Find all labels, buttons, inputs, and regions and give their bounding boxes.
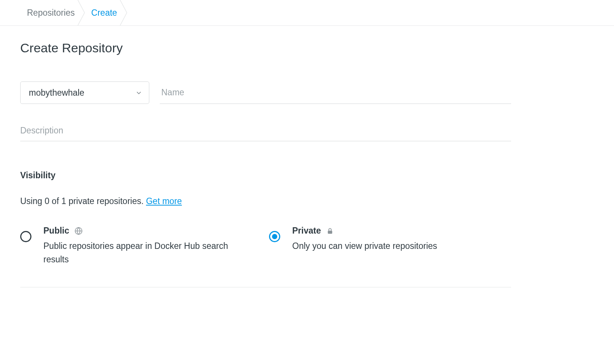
repo-name-input[interactable] bbox=[160, 81, 511, 104]
breadcrumb: Repositories Create bbox=[0, 0, 614, 25]
page-title: Create Repository bbox=[20, 41, 511, 55]
section-divider bbox=[20, 287, 511, 287]
globe-icon bbox=[74, 227, 83, 235]
name-row: mobythewhale bbox=[20, 81, 511, 104]
usage-text: Using 0 of 1 private repositories. bbox=[20, 196, 146, 206]
get-more-link[interactable]: Get more bbox=[146, 196, 182, 206]
visibility-heading: Visibility bbox=[20, 170, 511, 181]
main-content: Create Repository mobythewhale Visibilit… bbox=[0, 26, 531, 287]
description-input[interactable] bbox=[20, 120, 511, 141]
lock-icon bbox=[326, 227, 334, 235]
visibility-private-title: Private bbox=[292, 226, 321, 236]
namespace-select[interactable]: mobythewhale bbox=[20, 81, 149, 104]
radio-private[interactable] bbox=[269, 231, 280, 242]
visibility-public-title: Public bbox=[43, 226, 69, 236]
visibility-private-title-row: Private bbox=[292, 226, 518, 236]
visibility-public-desc: Public repositories appear in Docker Hub… bbox=[43, 240, 245, 266]
visibility-public-title-row: Public bbox=[43, 226, 269, 236]
chevron-right-icon bbox=[76, 0, 90, 25]
chevron-right-icon bbox=[119, 0, 132, 25]
breadcrumb-create[interactable]: Create bbox=[91, 0, 117, 25]
visibility-option-private[interactable]: Private Only you can view private reposi… bbox=[269, 226, 518, 266]
description-row bbox=[20, 120, 511, 141]
visibility-public-body: Public Public repositories appear in Doc… bbox=[43, 226, 269, 266]
visibility-option-public[interactable]: Public Public repositories appear in Doc… bbox=[20, 226, 269, 266]
visibility-private-desc: Only you can view private repositories bbox=[292, 240, 494, 253]
breadcrumb-repositories[interactable]: Repositories bbox=[27, 0, 75, 25]
visibility-private-body: Private Only you can view private reposi… bbox=[292, 226, 518, 253]
radio-public[interactable] bbox=[20, 231, 31, 242]
svg-rect-1 bbox=[328, 231, 332, 234]
namespace-select-wrap: mobythewhale bbox=[20, 81, 149, 104]
breadcrumb-bar: Repositories Create bbox=[0, 0, 614, 26]
visibility-options: Public Public repositories appear in Doc… bbox=[20, 226, 511, 266]
private-repo-usage: Using 0 of 1 private repositories. Get m… bbox=[20, 196, 511, 206]
